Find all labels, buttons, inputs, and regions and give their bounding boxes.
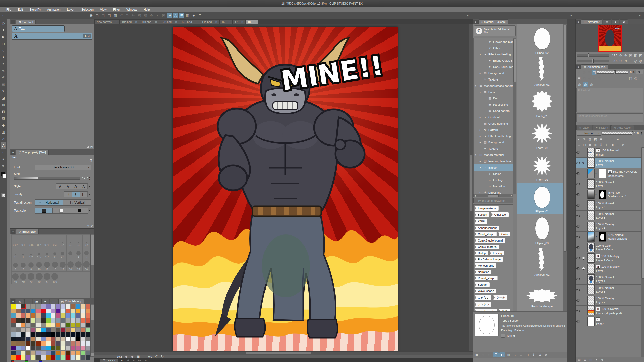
color-swatch[interactable]	[56, 323, 60, 327]
color-swatch[interactable]	[26, 323, 30, 327]
paste-icon[interactable]: ◱	[143, 13, 148, 18]
panel-menu-icon[interactable]: ≡	[11, 20, 15, 24]
color-swatch[interactable]	[16, 341, 21, 346]
color-swatch[interactable]	[76, 346, 81, 351]
material-tree-item[interactable]: ▦ Dot	[474, 95, 513, 101]
color-swatch[interactable]	[21, 337, 26, 341]
color-swatch[interactable]	[86, 328, 90, 332]
color-swatch[interactable]	[71, 337, 75, 341]
color-swatch[interactable]	[76, 337, 81, 341]
material-tree-item[interactable]: ○ Dialog	[474, 171, 513, 177]
color-swatch[interactable]	[21, 355, 26, 360]
justify-more-icon[interactable]: ▼	[88, 194, 91, 195]
justify-center-icon[interactable]: ⫱	[72, 192, 80, 197]
brush-size-cell[interactable]: 50	[19, 272, 27, 284]
sub-text-color-button[interactable]	[53, 208, 70, 214]
color-swatch[interactable]	[46, 337, 51, 341]
layer-indicator-cell[interactable]: ✎	[581, 285, 586, 295]
color-swatch[interactable]	[61, 332, 65, 337]
color-swatch[interactable]	[71, 346, 75, 351]
quick-share-tab[interactable]: ↧	[612, 19, 619, 24]
layer-row[interactable]: ✎ ✓ 100 % Normal Layer 3	[576, 211, 641, 221]
layer-thumbnail[interactable]	[587, 243, 595, 252]
prev-frame-icon[interactable]: ◀	[125, 359, 131, 362]
color-swatch[interactable]	[61, 337, 65, 341]
delete-folder-icon[interactable]: ⊘	[487, 352, 492, 357]
color-swatch[interactable]	[76, 304, 81, 309]
color-swatch[interactable]	[56, 332, 60, 337]
color-swatch[interactable]	[26, 328, 30, 332]
subtool-group-text[interactable]: A Text	[12, 25, 65, 32]
color-swatch[interactable]	[46, 318, 51, 323]
layer-visibility-cell[interactable]	[576, 200, 581, 210]
color-swatch[interactable]	[46, 351, 51, 355]
collapsed-panel-strip[interactable]	[7, 19, 10, 362]
layer-thumbnail[interactable]	[587, 306, 595, 315]
layer-row[interactable]: ✎ ✓ ◨100 % Multiply Layer 2 Copy	[576, 253, 641, 263]
new-canvas-icon[interactable]: ▢	[94, 13, 100, 18]
panel-view-icon[interactable]: ◫	[588, 358, 593, 362]
new-layer-icon[interactable]: ▢	[582, 142, 587, 147]
layer-name[interactable]: Layer 2 Copy	[596, 259, 620, 262]
eyedropper-tool-icon[interactable]: ✑	[1, 163, 6, 169]
color-swatch[interactable]	[16, 346, 21, 351]
color-swatch[interactable]	[16, 332, 21, 337]
blend-mode-dropdown[interactable]: Normal▼	[577, 131, 601, 136]
material-tree-item[interactable]: ≋ Texture	[474, 145, 513, 152]
cel-bulb-icon[interactable]: ◎	[633, 76, 638, 81]
magic-wand-tool-icon[interactable]: ✦	[1, 54, 6, 61]
next-cel-icon[interactable]: ▶	[592, 76, 596, 81]
menu-item[interactable]: Edit	[14, 7, 26, 12]
layer-visibility-cell[interactable]	[576, 189, 581, 200]
fit-screen-icon[interactable]: ▣	[628, 53, 633, 58]
tone-icon[interactable]: ▨	[588, 137, 592, 142]
material-item[interactable]: Thorn_02	[517, 151, 567, 183]
close-icon[interactable]: ✕	[215, 21, 217, 23]
material-tree-item[interactable]: ✣ Other	[474, 45, 513, 51]
layer-visibility-cell[interactable]	[576, 147, 581, 157]
layer-row[interactable]: ✎ ✓ 100 % Normal Layer 5	[576, 285, 641, 295]
color-swatch[interactable]	[56, 318, 60, 323]
edited-cel-list[interactable]: Edited cel	[576, 88, 643, 112]
color-swatch[interactable]	[26, 341, 30, 346]
color-swatch[interactable]	[31, 337, 35, 341]
color-swatch[interactable]	[66, 309, 70, 313]
document-tab[interactable]: 12B.png✕	[159, 20, 179, 24]
material-tree-item[interactable]: ▸ ♥ Effect and feeling	[474, 133, 513, 139]
custom-text-color-button[interactable]	[70, 208, 88, 214]
color-swatch[interactable]	[51, 346, 56, 351]
subview-tab[interactable]: ▤	[603, 19, 611, 24]
layer-row[interactable]: ✎ ✓ 45 % Hue Gradient map 1	[576, 189, 641, 200]
color-swatch[interactable]	[81, 332, 85, 337]
color-swatch[interactable]	[11, 323, 16, 327]
color-swatch[interactable]	[21, 318, 26, 323]
italic-icon[interactable]: A	[64, 184, 72, 189]
delete-layer-icon[interactable]: ⊗	[621, 142, 626, 147]
layer-indicator-cell[interactable]: ✎	[581, 295, 586, 305]
cel-grid-icon[interactable]: ⊞	[587, 70, 591, 75]
color-swatch[interactable]	[66, 351, 70, 355]
save-material-icon[interactable]: ↧	[531, 352, 536, 357]
layer-panel-tab[interactable]: ≋Layer	[576, 125, 592, 130]
layer-indicator-cell[interactable]: ✎	[581, 158, 586, 168]
color-swatch[interactable]	[36, 332, 41, 337]
size-slider[interactable]	[14, 177, 80, 180]
canvas-viewport[interactable]: MINE!!	[94, 24, 473, 351]
color-swatch[interactable]	[76, 328, 81, 332]
material-item[interactable]: Ellipse_01	[517, 183, 567, 214]
lock-layer-icon[interactable]: ◩	[593, 137, 598, 142]
color-swatch[interactable]	[51, 341, 56, 346]
color-swatch[interactable]	[41, 355, 46, 360]
brush-size-cell[interactable]: 17	[59, 259, 67, 272]
material-tree-item[interactable]: ▸ ✣ Pattern	[474, 127, 513, 133]
layer-row[interactable]: ✎ ✓ ▨55.0 line 40% Circle Monochrome	[576, 168, 641, 179]
layer-visibility-cell[interactable]	[576, 221, 581, 231]
document-tab[interactable]: 14b.png✕	[200, 20, 219, 24]
canvas-vertical-scrollbar[interactable]	[469, 24, 473, 351]
list-view-icon[interactable]: ≡	[518, 352, 524, 357]
color-swatch[interactable]	[16, 351, 21, 355]
color-swatch[interactable]	[56, 346, 60, 351]
layer-name[interactable]: Flame (strip-shaped)	[596, 312, 622, 315]
tree-expand-icon[interactable]: ▾	[480, 91, 482, 93]
panel-trash-icon[interactable]: ⊗	[600, 358, 605, 362]
